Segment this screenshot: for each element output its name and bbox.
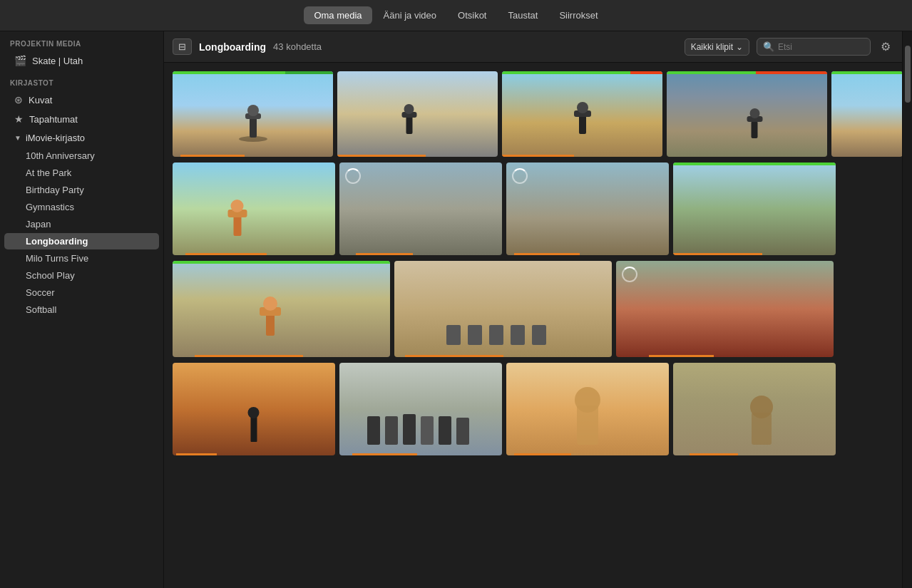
scrollbar[interactable]: [902, 31, 912, 588]
film-icon: 🎬: [14, 55, 26, 66]
tab-otsikot[interactable]: Otsikot: [448, 6, 496, 24]
top-navigation: Oma media Ääni ja video Otsikot Taustat …: [0, 0, 912, 31]
clip-item[interactable]: [394, 261, 612, 357]
clip-grid: [164, 63, 902, 588]
loading-spinner: [622, 267, 637, 282]
clip-row-1: [173, 71, 893, 157]
clip-item[interactable]: [339, 163, 502, 255]
svg-point-15: [231, 200, 244, 212]
tab-aani-video[interactable]: Ääni ja video: [374, 6, 446, 24]
loading-spinner: [345, 168, 361, 184]
svg-rect-1: [250, 118, 257, 138]
svg-point-9: [577, 102, 588, 113]
sidebar-item-tapahtumat[interactable]: ★ Tapahtumat: [4, 110, 159, 128]
svg-point-25: [248, 407, 260, 418]
sidebar-item-milo[interactable]: Milo Turns Five: [4, 250, 159, 267]
svg-rect-13: [234, 216, 242, 236]
clip-item[interactable]: [173, 261, 390, 357]
projektin-media-label: PROJEKTIN MEDIA: [0, 31, 163, 51]
filter-label: Kaikki klipit: [691, 42, 733, 52]
scrollbar-thumb[interactable]: [905, 46, 911, 103]
clip-item[interactable]: [673, 163, 836, 255]
sidebar-item-softball[interactable]: Softball: [4, 301, 159, 318]
content-count: 43 kohdetta: [273, 41, 322, 52]
svg-rect-24: [251, 416, 257, 442]
clip-item[interactable]: [173, 363, 335, 455]
svg-rect-26: [367, 416, 380, 445]
svg-rect-22: [511, 325, 525, 345]
triangle-icon: ▼: [14, 134, 21, 142]
svg-rect-10: [751, 121, 757, 138]
clip-item[interactable]: [506, 363, 669, 455]
sidebar-item-longboarding[interactable]: Longboarding: [4, 233, 159, 249]
imovie-library-header[interactable]: ▼ iMovie-kirjasto: [4, 129, 159, 147]
sidebar-item-birthday[interactable]: Birthday Party: [4, 182, 159, 198]
tab-taustat[interactable]: Taustat: [498, 6, 548, 24]
svg-rect-23: [532, 325, 546, 345]
sidebar-item-soccer[interactable]: Soccer: [4, 284, 159, 301]
imovie-library-label: iMovie-kirjasto: [26, 133, 85, 143]
svg-point-35: [750, 396, 773, 418]
svg-rect-28: [403, 414, 416, 445]
content-area: ⊟ Longboarding 43 kohdetta Kaikki klipit…: [164, 31, 902, 588]
svg-rect-7: [579, 115, 586, 134]
toggle-icon: ⊟: [178, 41, 186, 52]
svg-rect-27: [385, 416, 398, 445]
clip-item[interactable]: [339, 363, 502, 455]
sidebar-item-project[interactable]: 🎬 Skate | Utah: [4, 51, 159, 70]
clip-item[interactable]: [337, 71, 498, 157]
search-input[interactable]: [778, 42, 864, 52]
clip-row-4: [173, 363, 893, 455]
svg-rect-21: [489, 325, 503, 345]
settings-button[interactable]: ⚙: [878, 38, 893, 55]
clip-item[interactable]: [502, 71, 662, 157]
svg-point-33: [575, 387, 600, 413]
clip-item[interactable]: [831, 71, 902, 157]
svg-point-18: [263, 296, 277, 311]
search-box[interactable]: 🔍: [757, 38, 871, 56]
kirjastot-label: KIRJASTOT: [0, 71, 163, 90]
content-toolbar: ⊟ Longboarding 43 kohdetta Kaikki klipit…: [164, 31, 902, 63]
svg-rect-31: [456, 418, 469, 445]
chevron-down-icon: ⌄: [736, 42, 743, 52]
svg-rect-20: [468, 325, 482, 345]
sidebar-item-10th[interactable]: 10th Anniversary: [4, 148, 159, 164]
tab-siirrokset[interactable]: Siirrokset: [549, 6, 608, 24]
project-label: Skate | Utah: [32, 56, 83, 66]
clip-item[interactable]: [673, 363, 836, 455]
gear-icon: ⚙: [881, 41, 891, 53]
svg-point-3: [247, 105, 259, 116]
sidebar: PROJEKTIN MEDIA 🎬 Skate | Utah KIRJASTOT…: [0, 31, 164, 588]
main-layout: PROJEKTIN MEDIA 🎬 Skate | Utah KIRJASTOT…: [0, 31, 912, 588]
svg-rect-4: [406, 116, 413, 134]
svg-point-12: [749, 108, 759, 118]
sidebar-item-park[interactable]: At the Park: [4, 165, 159, 181]
clip-item[interactable]: [616, 261, 834, 357]
svg-rect-19: [446, 325, 461, 345]
content-title: Longboarding: [199, 41, 266, 53]
clip-item[interactable]: [506, 163, 669, 255]
sidebar-item-japan[interactable]: Japan: [4, 216, 159, 232]
search-icon: 🔍: [763, 41, 774, 52]
svg-point-6: [404, 104, 414, 114]
loading-spinner: [512, 168, 528, 184]
clip-row-2: [173, 163, 893, 255]
svg-rect-29: [421, 416, 434, 445]
events-icon: ★: [14, 113, 24, 125]
svg-rect-30: [439, 416, 451, 445]
photos-icon: ⊛: [14, 94, 23, 105]
clip-item[interactable]: [667, 71, 827, 157]
sidebar-item-kuvat[interactable]: ⊛ Kuvat: [4, 91, 159, 109]
tapahtumat-label: Tapahtumat: [29, 114, 78, 125]
clip-item[interactable]: [173, 163, 335, 255]
layout-toggle-button[interactable]: ⊟: [173, 38, 192, 55]
kuvat-label: Kuvat: [29, 95, 52, 105]
svg-rect-16: [266, 314, 275, 336]
filter-dropdown[interactable]: Kaikki klipit ⌄: [685, 38, 749, 56]
sidebar-item-gymnastics[interactable]: Gymnastics: [4, 199, 159, 215]
tab-oma-media[interactable]: Oma media: [304, 6, 372, 24]
sidebar-item-schoolplay[interactable]: School Play: [4, 267, 159, 284]
clip-item[interactable]: [173, 71, 333, 157]
clip-row-3: [173, 261, 893, 357]
